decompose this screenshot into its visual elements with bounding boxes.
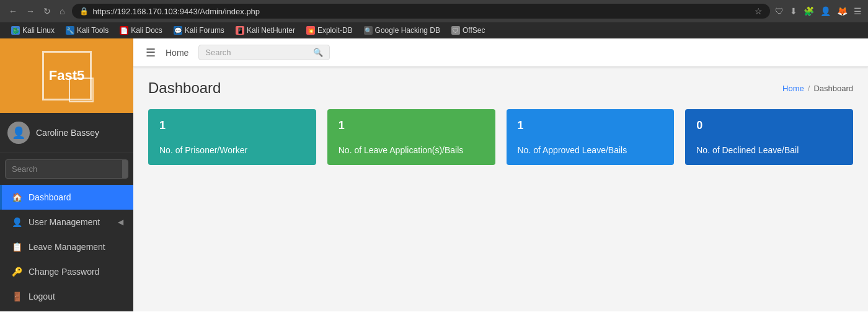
bookmark-icon: 🛡 bbox=[451, 26, 460, 35]
nav-icon: 🚪 bbox=[12, 292, 22, 301]
reload-button[interactable]: ↻ bbox=[41, 5, 53, 17]
logo-box-inner bbox=[69, 78, 94, 102]
card-label: No. of Prisoner/Worker bbox=[159, 145, 305, 155]
sidebar-nav: 🏠 Dashboard 👤 User Management ◀ 📋 Leave … bbox=[0, 185, 133, 311]
dashboard-card: 1 No. of Prisoner/Worker bbox=[148, 109, 316, 165]
nav-item-left: 🏠 Dashboard bbox=[12, 192, 71, 202]
bookmark-label: OffSec bbox=[463, 26, 485, 35]
card-label: No. of Declined Leave/Bail bbox=[696, 145, 842, 155]
card-count: 1 bbox=[339, 119, 484, 132]
nav-item-label: User Management bbox=[29, 217, 100, 227]
page-header: Dashboard Home / Dashboard bbox=[148, 79, 853, 97]
menu-icon[interactable]: ☰ bbox=[854, 6, 862, 16]
nav-icon: 👤 bbox=[12, 217, 22, 227]
bookmark-label: Exploit-DB bbox=[317, 26, 353, 35]
nav-icon: 🔑 bbox=[12, 267, 22, 277]
bookmark-star-icon[interactable]: ☆ bbox=[755, 6, 763, 16]
sidebar-item-change-password[interactable]: 🔑 Change Password bbox=[0, 259, 133, 284]
bookmark-label: Kali Forums bbox=[185, 26, 224, 35]
sidebar-search-box[interactable]: 🔍 bbox=[5, 159, 128, 179]
nav-item-left: 👤 User Management bbox=[12, 217, 100, 227]
user-name: Caroline Bassey bbox=[36, 128, 99, 138]
nav-arrow-icon: ◀ bbox=[118, 218, 123, 226]
bookmark-item[interactable]: 💥Exploit-DB bbox=[301, 25, 358, 36]
breadcrumb-home-link[interactable]: Home bbox=[782, 84, 804, 93]
content-area: Dashboard Home / Dashboard 1 No. of Pris… bbox=[133, 67, 868, 177]
sidebar-item-logout[interactable]: 🚪 Logout bbox=[0, 284, 133, 309]
sidebar-logo: Fast5 bbox=[0, 38, 133, 113]
dashboard-card: 1 No. of Leave Application(s)/Bails bbox=[327, 109, 495, 165]
bookmarks-bar: 🐉Kali Linux🔧Kali Tools📄Kali Docs💬Kali Fo… bbox=[0, 22, 868, 38]
avatar: 👤 bbox=[7, 122, 30, 144]
nav-item-label: Dashboard bbox=[29, 192, 71, 202]
nav-item-left: 🚪 Logout bbox=[12, 292, 55, 301]
bookmark-item[interactable]: 🔍Google Hacking DB bbox=[359, 25, 445, 36]
bookmark-item[interactable]: 📱Kali NetHunter bbox=[231, 25, 300, 36]
logo-box: Fast5 bbox=[42, 51, 92, 100]
sidebar-user: 👤 Caroline Bassey bbox=[0, 113, 133, 153]
download-icon: ⬇ bbox=[790, 6, 797, 16]
bookmark-icon: 💬 bbox=[174, 26, 182, 35]
dashboard-cards: 1 No. of Prisoner/Worker 1 No. of Leave … bbox=[148, 109, 853, 165]
nav-icon: 📋 bbox=[12, 242, 22, 252]
nav-item-label: Change Password bbox=[29, 267, 99, 277]
card-label: No. of Leave Application(s)/Bails bbox=[339, 145, 484, 155]
browser-nav-buttons: ← → ↻ ⌂ bbox=[6, 5, 67, 17]
bookmark-icon: 🔍 bbox=[364, 26, 373, 35]
address-bar[interactable]: 🔒 https://192.168.170.103:9443/Admin/ind… bbox=[72, 4, 770, 19]
dashboard-card: 0 No. of Declined Leave/Bail bbox=[685, 109, 853, 165]
bookmark-icon: 🐉 bbox=[11, 26, 20, 35]
card-count: 0 bbox=[696, 119, 842, 132]
browser-toolbar: ← → ↻ ⌂ 🔒 https://192.168.170.103:9443/A… bbox=[0, 0, 868, 22]
sidebar-item-dashboard[interactable]: 🏠 Dashboard bbox=[0, 185, 133, 210]
profile-icon: 👤 bbox=[820, 6, 831, 16]
card-count: 1 bbox=[159, 119, 305, 132]
nav-icon: 🏠 bbox=[12, 192, 22, 202]
bookmark-item[interactable]: 💬Kali Forums bbox=[169, 25, 229, 36]
nav-item-label: Logout bbox=[29, 292, 55, 301]
app-layout: Fast5 👤 Caroline Bassey 🔍 🏠 Dashboard 👤 … bbox=[0, 38, 868, 311]
top-bar-home-link[interactable]: Home bbox=[166, 48, 188, 58]
nav-item-left: 🔑 Change Password bbox=[12, 267, 99, 277]
nav-item-left: 📋 Leave Management bbox=[12, 242, 105, 252]
top-bar-search-icon: 🔍 bbox=[313, 48, 323, 57]
breadcrumb-separator: / bbox=[808, 84, 810, 93]
bookmark-label: Kali Linux bbox=[22, 26, 55, 35]
card-label: No. of Approved Leave/Bails bbox=[518, 145, 663, 155]
card-count: 1 bbox=[518, 119, 663, 132]
page-title: Dashboard bbox=[148, 79, 221, 97]
top-bar-search-box[interactable]: 🔍 bbox=[198, 45, 330, 60]
nav-item-label: Leave Management bbox=[29, 242, 105, 252]
sidebar-item-user-management[interactable]: 👤 User Management ◀ bbox=[0, 210, 133, 234]
hamburger-icon[interactable]: ☰ bbox=[146, 46, 156, 60]
browser-chrome: ← → ↻ ⌂ 🔒 https://192.168.170.103:9443/A… bbox=[0, 0, 868, 38]
breadcrumb-current: Dashboard bbox=[813, 84, 853, 93]
sidebar-item-leave-management[interactable]: 📋 Leave Management bbox=[0, 234, 133, 259]
bookmark-item[interactable]: 🔧Kali Tools bbox=[61, 25, 113, 36]
bookmark-item[interactable]: 🛡OffSec bbox=[446, 25, 490, 36]
bookmark-icon: 📱 bbox=[236, 26, 244, 35]
bookmark-icon: 💥 bbox=[306, 26, 315, 35]
extensions-icon: 🧩 bbox=[804, 6, 814, 16]
back-button[interactable]: ← bbox=[6, 5, 20, 17]
bookmark-label: Kali NetHunter bbox=[247, 26, 295, 35]
home-button[interactable]: ⌂ bbox=[57, 5, 67, 17]
search-input[interactable] bbox=[6, 160, 122, 178]
bookmark-icon: 🔧 bbox=[66, 26, 74, 35]
shield-icon: 🛡 bbox=[775, 6, 784, 16]
top-bar: ☰ Home 🔍 bbox=[133, 38, 868, 67]
browser-actions: 🛡 ⬇ 🧩 👤 🦊 ☰ bbox=[775, 6, 862, 16]
bookmark-label: Google Hacking DB bbox=[375, 26, 440, 35]
bookmark-icon: 📄 bbox=[120, 26, 128, 35]
dashboard-card: 1 No. of Approved Leave/Bails bbox=[507, 109, 675, 165]
bookmark-item[interactable]: 🐉Kali Linux bbox=[6, 25, 60, 36]
sidebar: Fast5 👤 Caroline Bassey 🔍 🏠 Dashboard 👤 … bbox=[0, 38, 133, 311]
bookmark-item[interactable]: 📄Kali Docs bbox=[115, 25, 167, 36]
bookmark-label: Kali Docs bbox=[131, 26, 162, 35]
forward-button[interactable]: → bbox=[24, 5, 37, 17]
firefox-icon: 🦊 bbox=[837, 6, 848, 16]
bookmark-label: Kali Tools bbox=[77, 26, 108, 35]
search-button[interactable]: 🔍 bbox=[122, 160, 128, 178]
top-bar-search-input[interactable] bbox=[205, 48, 309, 57]
breadcrumb: Home / Dashboard bbox=[782, 84, 853, 93]
